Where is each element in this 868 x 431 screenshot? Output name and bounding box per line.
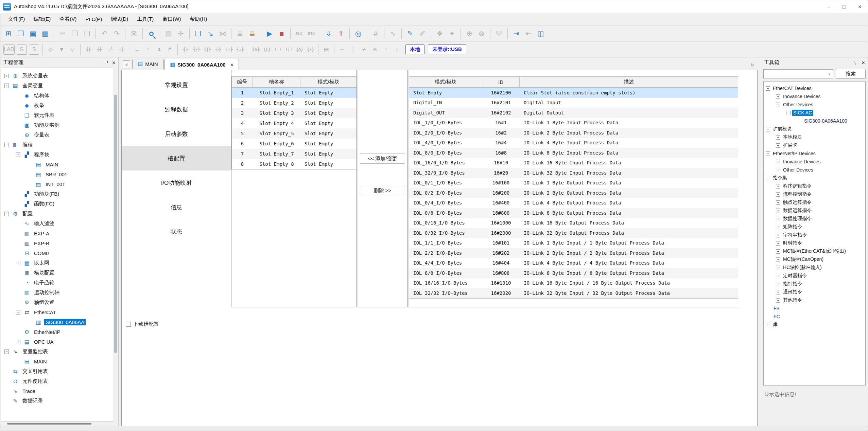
toolbox-tree-item[interactable]: +触点运算指令: [764, 198, 865, 206]
print-setup-icon[interactable]: ✛: [175, 28, 187, 39]
instruction-table-icon[interactable]: ▤: [321, 44, 331, 55]
usb-test-icon[interactable]: Ψ: [493, 28, 505, 39]
toolbox-tree-item[interactable]: FC: [764, 312, 865, 321]
pin-icon[interactable]: [853, 60, 857, 65]
tree-item[interactable]: ⊕变量表: [1, 130, 113, 140]
toolbox-tree-item[interactable]: +本地模块: [764, 133, 865, 141]
delete-button[interactable]: 删除 >>: [360, 186, 405, 195]
cascade-windows-icon[interactable]: ❏: [192, 28, 204, 39]
tree-item[interactable]: ▥运动控制轴: [1, 288, 113, 298]
menu-item[interactable]: 工具(T): [133, 14, 158, 24]
table-row[interactable]: IOL_4/4_I/O-Bytes16#404IO-Link 4 Byte In…: [409, 258, 738, 268]
expand-icon[interactable]: +: [776, 282, 780, 286]
table-row[interactable]: IOL_0/8_I/O-Bytes16#800IO-Link 8 Byte Ou…: [409, 208, 738, 218]
config-nav-2[interactable]: 启动参数: [122, 122, 231, 146]
toolbox-tree-item[interactable]: −指令集: [764, 174, 865, 182]
expand-icon[interactable]: +: [776, 200, 780, 205]
collapse-icon[interactable]: −: [16, 152, 20, 157]
toolbox-tree-item[interactable]: −EtherNet/IP Devices: [764, 149, 865, 158]
table-row[interactable]: 2Slot Empty_2Slot Empty: [232, 98, 357, 108]
cut-icon[interactable]: ✂: [57, 28, 68, 39]
move-down-icon[interactable]: ↓: [392, 44, 402, 55]
collapse-icon[interactable]: −: [16, 310, 20, 315]
plc-protocol-icon[interactable]: PLC: [293, 28, 305, 39]
table-row[interactable]: 1Slot Empty_1Slot Empty: [232, 88, 357, 98]
insert-branch-icon[interactable]: ┤┼: [94, 44, 104, 55]
search-icon[interactable]: [145, 28, 157, 39]
expand-icon[interactable]: +: [776, 266, 780, 270]
table-row[interactable]: IOL_1/0_I/O-Bytes16#1IO-Link 1 Byte Inpu…: [409, 118, 738, 128]
rtu-protocol-icon[interactable]: RTU: [306, 28, 317, 39]
tree-item[interactable]: ≣模块配置: [1, 268, 113, 278]
run-icon[interactable]: ▶: [264, 28, 275, 39]
paste-icon[interactable]: ❑: [81, 28, 93, 39]
tree-item[interactable]: ⚙轴组设置: [1, 298, 113, 307]
insert-parallel-icon[interactable]: ╪╪: [116, 44, 126, 55]
collapse-icon[interactable]: −: [766, 151, 770, 156]
sfc-block-icon[interactable]: S: [17, 44, 27, 55]
expand-icon[interactable]: +: [16, 340, 20, 344]
collapse-icon[interactable]: −: [4, 143, 9, 147]
menu-item[interactable]: 查看(V): [55, 14, 81, 24]
tree-item[interactable]: ◔电子凸轮: [1, 278, 113, 288]
right-splitter[interactable]: [758, 57, 761, 426]
toolbox-tree-item[interactable]: +数据运算指令: [764, 206, 865, 215]
tree-item[interactable]: ∿输入滤波: [1, 219, 113, 229]
expand-icon[interactable]: +: [776, 225, 780, 229]
tab-scroll-right-icon[interactable]: ▷: [749, 60, 757, 69]
io-mapping-icon[interactable]: ⋈: [217, 28, 228, 39]
contact-open-icon[interactable]: ┤├: [180, 44, 191, 55]
toolbox-tree-item[interactable]: −Other Devices: [764, 101, 865, 109]
st-block-icon[interactable]: S: [29, 44, 39, 55]
table-row[interactable]: IOL_32/0_I/O-Bytes16#20IO-Link 32 Byte I…: [409, 168, 738, 178]
edit-document-icon[interactable]: ✐: [417, 28, 428, 39]
edit-program-icon[interactable]: ✎: [404, 28, 416, 39]
copy-icon[interactable]: ❐: [69, 28, 81, 39]
insert-row-icon[interactable]: ⊕: [464, 28, 475, 39]
expand-icon[interactable]: +: [776, 217, 780, 221]
oscilloscope-icon[interactable]: ∿: [387, 28, 399, 39]
insert-contact-icon[interactable]: ┤├: [83, 44, 93, 55]
export-window-icon[interactable]: ↘: [205, 28, 216, 39]
tree-item[interactable]: +⊕系统变量表: [1, 71, 113, 81]
expand-icon[interactable]: +: [4, 74, 9, 78]
delete-icon[interactable]: ⊠: [128, 28, 140, 39]
toolbox-search-input[interactable]: ∨: [763, 69, 833, 78]
output-filled-icon[interactable]: ▼: [56, 44, 67, 55]
toolbox-tree-item[interactable]: −EtherCAT Devices: [764, 84, 865, 92]
delete-line-icon[interactable]: ≁: [359, 44, 369, 55]
toolbox-tree-item[interactable]: +Inovance Devices: [764, 158, 865, 166]
expand-icon[interactable]: +: [776, 192, 780, 197]
expand-icon[interactable]: +: [776, 143, 780, 148]
config-nav-6[interactable]: 状态: [122, 219, 231, 244]
collapse-icon[interactable]: −: [766, 86, 770, 91]
tree-item[interactable]: ⊟COM0: [1, 248, 113, 258]
collapse-icon[interactable]: −: [4, 349, 9, 354]
toolbox-tree-item[interactable]: +Inovance Devices: [764, 92, 865, 101]
table-row[interactable]: IOL_16/0_I/O-Bytes16#10IO-Link 16 Byte I…: [409, 158, 738, 168]
config-nav-4[interactable]: I/O功能映射: [122, 170, 231, 195]
tree-item[interactable]: −⚙配置: [1, 209, 113, 219]
collapse-icon[interactable]: −: [776, 103, 780, 107]
tree-item[interactable]: −∿变量监控表: [1, 347, 113, 357]
print-icon[interactable]: ▤: [163, 28, 174, 39]
contact-pulse-icon[interactable]: ┤|├: [202, 44, 212, 55]
config-nav-1[interactable]: 过程数据: [122, 97, 231, 122]
expand-icon[interactable]: +: [776, 135, 780, 140]
expand-icon[interactable]: +: [776, 249, 780, 254]
expand-icon[interactable]: +: [776, 209, 780, 213]
tree-item[interactable]: ▤INT_001: [1, 179, 113, 189]
table-row[interactable]: IOL_0/1_I/O-Bytes16#100IO-Link 1 Byte Ou…: [409, 178, 738, 188]
close-tab-icon[interactable]: ×: [230, 62, 233, 68]
table-row[interactable]: 4Slot Empty_4Slot Empty: [232, 118, 357, 128]
upload-from-plc-icon[interactable]: ⇧: [335, 28, 347, 39]
toolbox-tree-item[interactable]: +库: [764, 321, 865, 329]
table-row[interactable]: IOL_32/32_I/O-Bytes16#2020IO-Link 32 Byt…: [409, 288, 738, 298]
insert-rung-icon[interactable]: ╤╧: [105, 44, 115, 55]
line-right-icon[interactable]: →: [132, 44, 142, 55]
open-project-icon[interactable]: ❒: [15, 28, 27, 39]
expand-icon[interactable]: +: [776, 94, 780, 99]
expand-icon[interactable]: +: [776, 290, 780, 294]
table-row[interactable]: 7Slot Empty_7Slot Empty: [232, 149, 357, 159]
download-to-plc-icon[interactable]: ⇩: [323, 28, 334, 39]
